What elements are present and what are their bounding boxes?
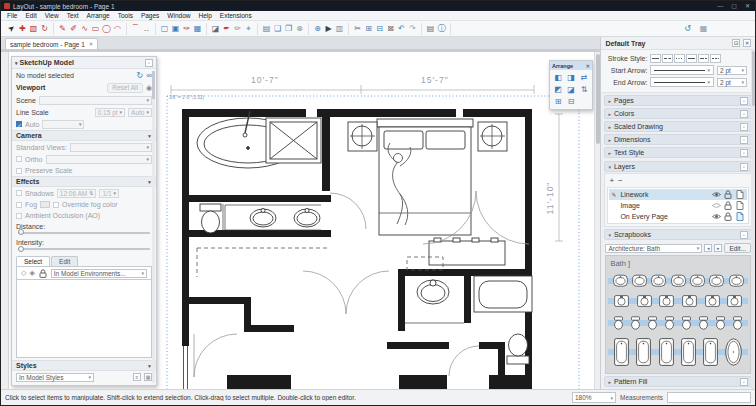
distance-slider[interactable] [18,232,150,234]
tab-edit[interactable]: Edit [51,256,78,266]
scrapbook-item-sink-basin[interactable] [614,295,629,307]
scrapbook-item-toilet[interactable] [698,316,709,330]
send-to-sketchup-icon[interactable]: ↺ [682,23,693,34]
menu-edit[interactable]: Edit [21,12,40,19]
menu-tools[interactable]: Tools [114,12,137,19]
auto-render-checkbox[interactable] [16,121,22,127]
environments-list[interactable] [16,279,152,358]
arrange-header[interactable]: Arrange ✕ [550,61,592,70]
scrapbook-item-sink-basin[interactable] [727,295,742,307]
styles-list-view-icon[interactable]: ≡ [133,373,141,381]
scrapbook-item-sink-basin[interactable] [659,295,674,307]
add-page-icon[interactable]: ❏ [272,23,283,34]
styles-select[interactable]: In Model Styles▾ [16,373,94,382]
undock-icon[interactable]: ▫ [740,97,748,105]
camera-section-header[interactable]: Camera▼ [12,130,156,141]
fog-color-swatch[interactable] [40,201,50,208]
shadow-date-select[interactable]: 1/1▾ [99,189,119,198]
point-tool-icon[interactable]: ‥ [141,23,152,34]
ink-pen-tool-icon[interactable]: ✒ [221,23,232,34]
scrapbook-item-tub[interactable] [703,338,718,366]
intensity-slider[interactable] [18,248,150,250]
layers-section-header[interactable]: ▾ Layers ▫ [604,161,752,172]
environment-fill-icon[interactable]: ◈ [29,269,34,277]
scrapbook-item-sink-oval[interactable] [632,274,647,287]
move-backward-icon[interactable]: ◪ [565,84,577,95]
scrapbook-prev-icon[interactable]: ◂ [704,244,712,252]
panel-undock-icon[interactable]: ▫ [145,59,153,67]
insert-image-icon[interactable]: ▤ [261,23,272,34]
rotate-tool-icon[interactable]: ↻ [39,23,50,34]
layer-share-icon[interactable] [735,190,745,199]
layer-row-image[interactable]: Image [609,200,747,211]
menu-help[interactable]: Help [194,12,215,19]
scrapbook-item-sink-basin[interactable] [637,295,652,307]
scrapbook-item-sink-oval[interactable] [690,274,705,287]
ortho-scale-select[interactable]: ▾ [46,155,152,164]
ambient-occlusion-checkbox[interactable] [16,213,22,219]
render-mode-select[interactable]: ▾ [42,120,84,129]
pattern-fill-section[interactable]: ▸ Pattern Fill ▫ [604,376,752,387]
layer-visibility-icon[interactable] [711,202,721,209]
save-template-icon[interactable]: ▥ [334,23,345,34]
tab-select[interactable]: Select [16,256,50,266]
tray-section-scaled-drawing[interactable]: ▸Scaled Drawing▫ [604,121,752,132]
environment-lock-icon[interactable] [38,269,48,278]
scrapbook-item-toilet[interactable] [732,316,743,330]
tray-close-icon[interactable]: ✕ [743,39,751,47]
cut-icon[interactable]: ✂ [352,23,363,34]
layer-visibility-icon[interactable] [711,213,721,220]
menu-pages[interactable]: Pages [137,12,163,19]
split-tool-icon[interactable]: ▧ [28,23,39,34]
end-arrow-style-select[interactable]: ▾ [650,77,714,87]
copy-icon[interactable]: ⊞ [363,23,374,34]
layer-row-on-every-page[interactable]: On Every Page [609,211,747,222]
start-arrow-size-select[interactable]: 2 pt▾ [717,66,747,75]
menu-file[interactable]: File [3,12,21,19]
zoom-level-select[interactable]: 180%▾ [572,392,616,403]
standard-views-select[interactable]: ▾ [70,143,152,152]
polyline-tool-icon[interactable]: ✐ [68,23,79,34]
tray-section-text-style[interactable]: ▸Text Style▫ [604,147,752,158]
layer-row-linework[interactable]: ✎Linework [609,189,747,200]
effects-section-header[interactable]: Effects▼ [12,176,156,187]
delete-icon[interactable]: ⊠ [385,23,396,34]
tray-pin-icon[interactable]: ⊡ [732,39,740,47]
fog-checkbox[interactable] [16,202,22,208]
zoom-rectangle-tool-icon[interactable]: ▢ [159,23,170,34]
menu-view[interactable]: View [41,12,63,19]
scrapbooks-section-header[interactable]: ▾ Scrapbooks ▫ [604,229,752,240]
scrapbook-item-sink-oval[interactable] [651,274,666,287]
layer-share-icon[interactable] [735,201,745,210]
menu-arrange[interactable]: Arrange [83,12,114,19]
menu-extensions[interactable]: Extensions [216,12,256,19]
start-presentation-icon[interactable]: ▶ [323,23,334,34]
stroke-dash-dot-button[interactable] [698,54,709,63]
undo-icon[interactable]: ↶ [396,23,407,34]
spline-tool-icon[interactable]: ✑ [181,23,192,34]
table-tool-icon[interactable]: ▦ [192,23,203,34]
tray-section-pages[interactable]: ▸Pages▫ [604,95,752,106]
redo-icon[interactable]: ↷ [407,23,418,34]
pattern-fill-undock-icon[interactable]: ▫ [740,378,748,386]
scrapbook-item-tub[interactable] [636,338,651,366]
refresh-icon[interactable]: ↻ [137,71,144,80]
panel-scrollbar[interactable] [152,71,155,383]
scrapbook-item-toilet[interactable] [630,316,641,330]
tab-close-icon[interactable]: ✕ [89,41,94,47]
scrapbook-next-icon[interactable]: ▸ [714,244,722,252]
scene-select[interactable]: ▾ [39,96,152,105]
preserve-scale-checkbox[interactable] [16,168,22,174]
tray-section-dimensions[interactable]: ▸Dimensions▫ [604,134,752,145]
paste-icon[interactable]: ⊟ [374,23,385,34]
freehand-tool-icon[interactable]: ∿ [79,23,90,34]
add-layer-button[interactable]: + [609,176,614,185]
flip-horizontal-icon[interactable]: ⇄ [578,72,590,83]
scrapbook-item-tub[interactable] [681,338,696,366]
sketchup-model-header[interactable]: ▾ SketchUp Model ▫ [12,57,156,69]
scrapbooks-undock-icon[interactable]: ▫ [740,231,748,239]
scrapbook-item-sink-oval[interactable] [709,274,724,287]
bring-to-front-icon[interactable]: ◧ [552,72,564,83]
rectangle-tool-icon[interactable]: ▭ [90,23,101,34]
drawing-canvas[interactable]: 10'-7" 15'-7" 11'-10" 3/8" = 1'-0" (1:32… [1,49,600,389]
